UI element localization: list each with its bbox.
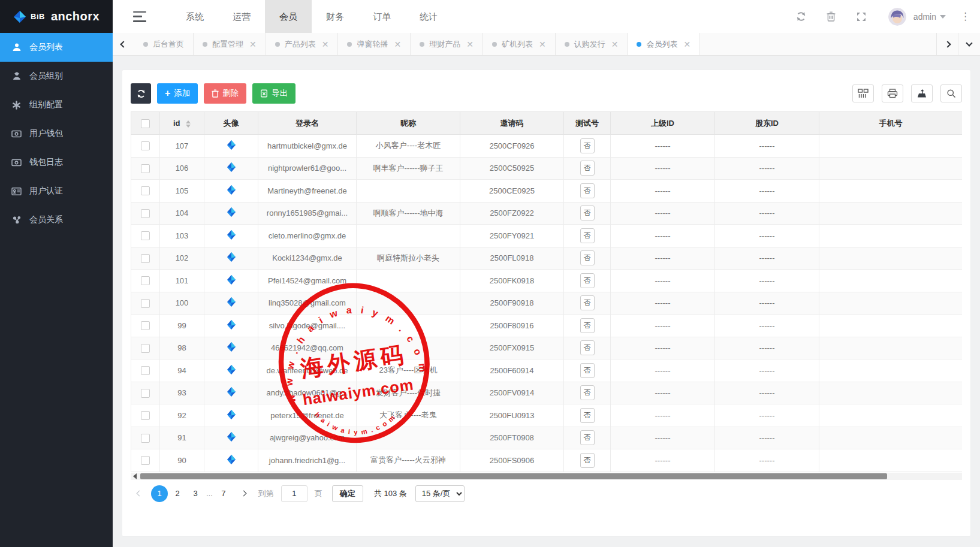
topnav-item[interactable]: 财务 (312, 0, 358, 33)
row-checkbox[interactable] (141, 299, 150, 308)
row-checkbox[interactable] (141, 456, 150, 465)
row-checkbox[interactable] (141, 186, 150, 195)
id-header[interactable]: id (160, 112, 204, 135)
test-flag-button[interactable]: 否 (580, 205, 595, 220)
refresh-button[interactable] (131, 83, 151, 104)
per-page-select[interactable]: 15 条/页 (415, 485, 465, 502)
tab[interactable]: 配置管理✕ (194, 33, 266, 55)
test-flag-button[interactable]: 否 (580, 453, 595, 468)
tab[interactable]: 产品列表✕ (266, 33, 339, 55)
shareholder-id-cell: ------ (715, 247, 819, 270)
test-flag-button[interactable]: 否 (580, 430, 595, 445)
test-flag-button[interactable]: 否 (580, 363, 595, 378)
test-flag-button[interactable]: 否 (580, 183, 595, 198)
sidebar-item[interactable]: 会员列表 (0, 33, 113, 62)
confirm-button[interactable]: 确定 (332, 485, 363, 502)
test-flag-button[interactable]: 否 (580, 408, 595, 423)
sidebar-item[interactable]: 会员关系 (0, 205, 113, 234)
tab-close-icon[interactable]: ✕ (249, 40, 257, 49)
test-flag-button[interactable]: 否 (580, 340, 595, 355)
login-cell: Kocki1234@gmx.de (258, 247, 357, 270)
row-checkbox[interactable] (141, 209, 150, 218)
tab-close-icon[interactable]: ✕ (683, 40, 690, 49)
sidebar-item[interactable]: 用户认证 (0, 177, 113, 205)
topnav-item[interactable]: 运营 (218, 0, 265, 33)
sidebar-item[interactable]: 组别配置 (0, 90, 113, 119)
tab-close-icon[interactable]: ✕ (466, 40, 474, 49)
page-number-button[interactable]: 3 (187, 485, 204, 502)
nickname-cell (357, 315, 460, 337)
test-flag-button[interactable]: 否 (580, 161, 595, 176)
page-number-button[interactable]: 7 (215, 485, 232, 502)
more-menu-icon[interactable]: ⋮ (960, 11, 970, 22)
tabs-dropdown[interactable] (958, 33, 980, 55)
test-flag-button[interactable]: 否 (580, 250, 595, 265)
export-file-icon[interactable] (911, 84, 933, 102)
sidebar-item[interactable]: 会员组别 (0, 62, 113, 90)
search-icon[interactable] (940, 84, 962, 102)
row-checkbox[interactable] (141, 276, 150, 285)
sort-icon[interactable] (186, 120, 191, 128)
topnav-item[interactable]: 订单 (358, 0, 405, 33)
page-number-button[interactable]: 2 (169, 485, 186, 502)
refresh-icon[interactable] (786, 11, 816, 22)
member-avatar-icon (227, 322, 236, 331)
test-flag-button[interactable]: 否 (580, 228, 595, 243)
topnav-item[interactable]: 系统 (171, 0, 218, 33)
topnav-item[interactable]: 统计 (405, 0, 452, 33)
horizontal-scrollbar[interactable] (131, 473, 962, 480)
scrollbar-thumb[interactable] (140, 473, 887, 479)
test-flag-button[interactable]: 否 (580, 273, 595, 288)
row-checkbox[interactable] (141, 366, 150, 375)
row-checkbox[interactable] (141, 254, 150, 263)
row-checkbox[interactable] (141, 164, 150, 173)
row-checkbox[interactable] (141, 141, 150, 150)
delete-button[interactable]: 删除 (204, 83, 246, 104)
row-checkbox[interactable] (141, 389, 150, 398)
tab[interactable]: 后台首页 (134, 33, 194, 55)
tab-close-icon[interactable]: ✕ (539, 40, 546, 49)
tab[interactable]: 理财产品✕ (411, 33, 483, 55)
user-menu[interactable]: admin (913, 12, 946, 22)
test-flag-button[interactable]: 否 (580, 318, 595, 333)
prev-page-button[interactable] (131, 485, 147, 502)
select-all-checkbox[interactable] (141, 119, 150, 128)
member-avatar-icon (227, 210, 236, 219)
row-checkbox[interactable] (141, 344, 150, 353)
tab[interactable]: 认购发行✕ (556, 33, 628, 55)
user-avatar[interactable] (888, 8, 906, 26)
next-page-button[interactable] (236, 485, 252, 502)
top-header: 系统运营会员财务订单统计 (113, 0, 980, 33)
trash-icon[interactable] (816, 11, 846, 22)
test-flag-button[interactable]: 否 (580, 385, 595, 400)
tab-close-icon[interactable]: ✕ (322, 40, 329, 49)
scroll-left-arrow-icon[interactable] (133, 473, 137, 479)
topnav-item[interactable]: 会员 (265, 0, 312, 33)
fullscreen-icon[interactable] (846, 12, 876, 22)
invite-code-cell: 2500C50925 (460, 157, 564, 180)
add-button[interactable]: + 添加 (157, 83, 198, 104)
tab-close-icon[interactable]: ✕ (611, 40, 619, 49)
tab[interactable]: 弹窗轮播✕ (338, 33, 411, 55)
test-flag-button[interactable]: 否 (580, 295, 595, 310)
tab-close-icon[interactable]: ✕ (394, 40, 401, 49)
columns-toggle-icon[interactable] (852, 84, 874, 102)
invite-code-cell: 2500FZ0922 (460, 202, 564, 225)
tab[interactable]: 矿机列表✕ (483, 33, 556, 55)
test-flag-button[interactable]: 否 (580, 138, 595, 153)
export-button[interactable]: 导出 (252, 83, 295, 104)
print-icon[interactable] (882, 84, 903, 102)
tabs-scroll-left[interactable] (113, 33, 134, 55)
row-checkbox[interactable] (141, 321, 150, 330)
goto-page-input[interactable] (281, 485, 307, 502)
tabs-scroll-right[interactable] (937, 33, 958, 55)
row-checkbox[interactable] (141, 231, 150, 240)
row-checkbox[interactable] (141, 411, 150, 420)
row-checkbox[interactable] (141, 434, 150, 443)
sidebar-item[interactable]: 用户钱包 (0, 119, 113, 148)
sidebar-toggle-icon[interactable] (133, 11, 146, 22)
tab[interactable]: 会员列表✕ (628, 33, 700, 55)
sidebar-item[interactable]: 钱包日志 (0, 148, 113, 177)
page-number-button[interactable]: 1 (151, 485, 168, 502)
id-cell: 91 (160, 427, 204, 449)
